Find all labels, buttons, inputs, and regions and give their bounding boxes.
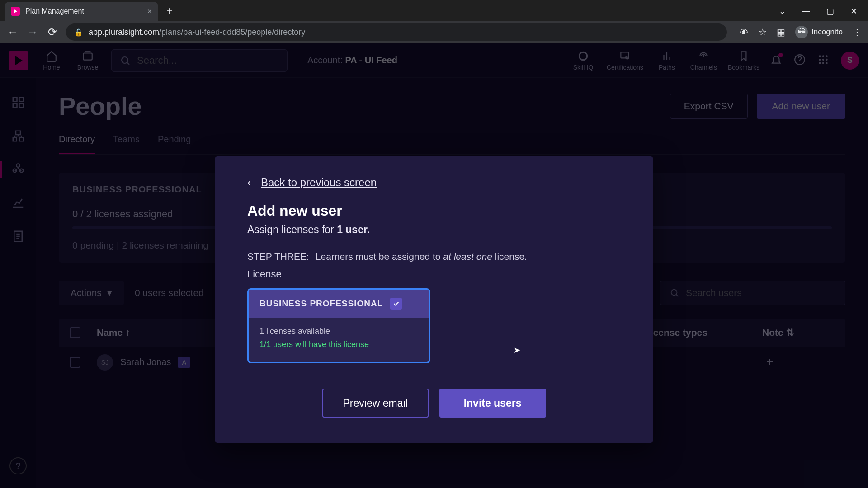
add-user-modal: ‹ Back to previous screen Add new user A… [215, 156, 653, 443]
browser-chrome: Plan Management × + ⌄ ― ▢ ✕ ← → ⟳ 🔒 app.… [0, 0, 868, 43]
extensions-icon[interactable]: ▦ [777, 27, 785, 38]
modal-actions: Preview email Invite users [247, 389, 621, 418]
url-box[interactable]: 🔒 app.pluralsight.com/plans/pa-ui-feed-d… [66, 23, 727, 41]
incognito-badge: 🕶 Incognito [795, 26, 843, 38]
reload-icon[interactable]: ⟳ [46, 26, 59, 38]
license-available: 1 licenses available [259, 327, 418, 336]
address-bar-right: 👁 ☆ ▦ 🕶 Incognito ⋮ [740, 26, 862, 38]
star-icon[interactable]: ☆ [759, 27, 767, 38]
license-field-label: License [247, 268, 621, 280]
kebab-menu-icon[interactable]: ⋮ [853, 27, 862, 38]
incognito-label: Incognito [811, 28, 843, 37]
step-instruction: STEP THREE: Learners must be assigned to… [247, 251, 621, 262]
back-link-label: Back to previous screen [261, 176, 377, 189]
minimize-icon[interactable]: ― [802, 6, 810, 16]
license-option[interactable]: BUSINESS PROFESSIONAL 1 licenses availab… [247, 288, 430, 363]
invite-users-button[interactable]: Invite users [439, 389, 546, 418]
chevron-down-icon[interactable]: ⌄ [779, 6, 786, 16]
window-controls: ⌄ ― ▢ ✕ [779, 6, 868, 21]
app: Home Browse Account: PA - UI Feed Skill … [0, 43, 868, 488]
modal-title: Add new user [247, 202, 621, 219]
address-bar: ← → ⟳ 🔒 app.pluralsight.com/plans/pa-ui-… [0, 21, 868, 43]
license-option-body: 1 licenses available 1/1 users will have… [249, 318, 429, 362]
back-icon[interactable]: ← [6, 26, 19, 38]
license-option-name: BUSINESS PROFESSIONAL [259, 299, 383, 309]
tab-bar: Plan Management × + ⌄ ― ▢ ✕ [0, 0, 868, 21]
eye-off-icon[interactable]: 👁 [740, 27, 749, 38]
incognito-icon: 🕶 [795, 26, 808, 38]
forward-icon: → [26, 26, 39, 38]
favicon-icon [11, 7, 20, 16]
close-window-icon[interactable]: ✕ [850, 6, 857, 16]
check-icon [390, 298, 402, 310]
license-assigned: 1/1 users will have this license [259, 340, 418, 349]
browser-tab[interactable]: Plan Management × [5, 2, 158, 21]
preview-email-button[interactable]: Preview email [322, 389, 429, 418]
license-option-header: BUSINESS PROFESSIONAL [249, 290, 429, 318]
tab-title: Plan Management [25, 7, 84, 15]
chevron-left-icon: ‹ [247, 176, 251, 189]
maximize-icon[interactable]: ▢ [826, 6, 834, 16]
new-tab-button[interactable]: + [166, 5, 173, 17]
modal-subtitle: Assign licenses for 1 user. [247, 224, 621, 236]
lock-icon: 🔒 [74, 28, 83, 37]
url-text: app.pluralsight.com/plans/pa-ui-feed-ddd… [89, 28, 305, 37]
tab-close-icon[interactable]: × [147, 7, 152, 16]
back-link[interactable]: ‹ Back to previous screen [247, 176, 621, 189]
